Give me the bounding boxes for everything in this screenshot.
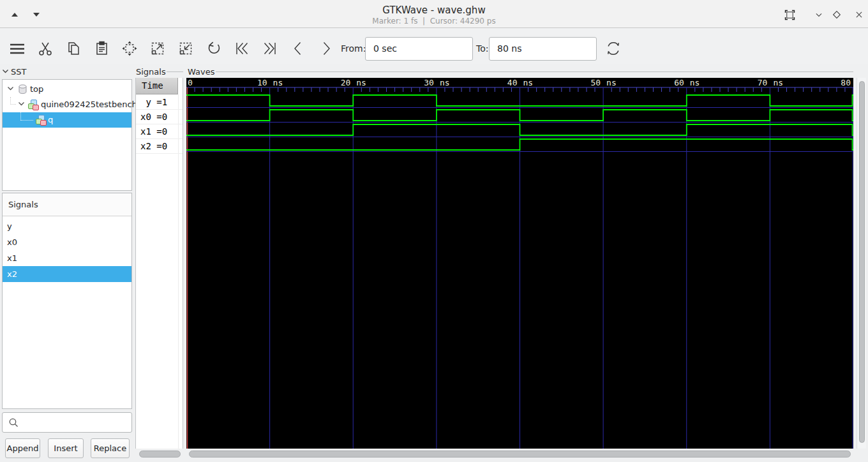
undo-icon (205, 40, 223, 57)
svg-text:ns: ns (356, 78, 366, 87)
names-panel-label: Signals (136, 67, 166, 77)
skip-to-end-button[interactable] (258, 36, 282, 61)
svg-text:ns: ns (440, 78, 450, 87)
scrollbar-handle[interactable] (859, 81, 865, 443)
menu-button[interactable] (5, 36, 29, 61)
fullscreen-button[interactable] (782, 8, 797, 21)
search-icon (8, 417, 19, 428)
reload-button[interactable] (601, 36, 625, 61)
zoom-out-button[interactable] (174, 36, 198, 61)
shift-right-button[interactable] (314, 36, 338, 61)
window-title: GTKWave - wave.ghw (0, 4, 868, 16)
to-input[interactable]: 80 ns (489, 37, 597, 61)
sst-label: SST (11, 67, 26, 77)
database-icon (18, 84, 27, 94)
sst-tree-panel: top quine092425testbench q (2, 79, 132, 191)
wave-trace-x2 (186, 139, 853, 150)
skip-to-start-button[interactable] (230, 36, 254, 61)
svg-text:80: 80 (841, 78, 851, 87)
svg-text:50: 50 (590, 78, 601, 87)
diamond-icon (831, 9, 842, 20)
cut-button[interactable] (33, 36, 57, 61)
wave-trace-x1 (186, 124, 853, 135)
signal-names-panel: Time y =1 x0 =0 x1 =0 x2 =0 (135, 78, 183, 449)
time-column-header[interactable]: Time (136, 78, 178, 94)
tree-item-q[interactable]: q (3, 112, 131, 128)
tree-item-label: top (30, 82, 43, 97)
svg-text:ns: ns (773, 78, 783, 87)
tree-item-top[interactable]: top (3, 82, 131, 97)
waveform-canvas[interactable]: 010ns20ns30ns40ns50ns60ns70ns80ns (186, 78, 853, 449)
to-label: To: (476, 43, 488, 54)
tree-item-testbench[interactable]: quine092425testbench (3, 97, 131, 112)
sst-collapse-icon[interactable] (2, 69, 9, 74)
waves-vscrollbar[interactable] (857, 78, 866, 449)
copy-icon (64, 40, 82, 57)
waves-panel-label: Waves (188, 67, 214, 77)
close-button[interactable] (852, 8, 866, 21)
expander-icon[interactable] (7, 86, 14, 91)
from-label: From: (341, 43, 366, 54)
tree-item-label: q (48, 112, 53, 128)
svg-text:ns: ns (690, 78, 700, 87)
scissors-icon (36, 40, 54, 57)
svg-text:70: 70 (758, 78, 768, 87)
svg-text:40: 40 (507, 78, 518, 87)
signals-list-panel: Signals y x0 x1 x2 (2, 193, 132, 409)
signal-value-y[interactable]: y =1 (136, 95, 183, 110)
chevron-right-icon (317, 39, 336, 58)
titlebar: GTKWave - wave.ghw Marker: 1 fs | Cursor… (0, 0, 868, 28)
marker-cursor-status: Marker: 1 fs | Cursor: 44290 ps (0, 17, 868, 26)
list-item-x2[interactable]: x2 (3, 266, 131, 282)
frame-line (167, 71, 183, 72)
zoom-out-icon (177, 40, 195, 57)
list-item-x1[interactable]: x1 (3, 250, 131, 266)
skip-start-icon (232, 39, 251, 58)
waveform-svg: 010ns20ns30ns40ns50ns60ns70ns80ns (186, 78, 853, 449)
names-hscrollbar[interactable] (135, 450, 183, 459)
chevron-down-icon (813, 9, 825, 20)
svg-text:ns: ns (523, 78, 534, 87)
svg-text:20: 20 (341, 78, 351, 87)
zoom-fit-icon (121, 40, 138, 57)
signal-value-x0[interactable]: x0 =0 (136, 110, 183, 124)
scrollbar-handle[interactable] (139, 451, 181, 458)
reload-icon (604, 39, 623, 58)
zoom-in-icon (149, 40, 167, 57)
list-item-y[interactable]: y (3, 218, 131, 234)
scrollbar-handle[interactable] (189, 451, 851, 458)
zoom-undo-button[interactable] (202, 36, 226, 61)
maximize-button[interactable] (830, 8, 844, 21)
close-icon (853, 9, 865, 20)
signal-search-input[interactable] (2, 412, 132, 433)
tree-connector (20, 112, 33, 121)
hamburger-menu-icon (8, 40, 27, 57)
append-button[interactable]: Append (5, 438, 40, 458)
replace-button[interactable]: Replace (91, 438, 130, 458)
signals-list-header[interactable]: Signals (3, 193, 131, 216)
skip-end-icon (260, 39, 280, 58)
zoom-fit-button[interactable] (117, 36, 142, 61)
shift-left-button[interactable] (286, 36, 310, 61)
svg-text:ns: ns (273, 78, 283, 87)
signal-value-x1[interactable]: x1 =0 (136, 124, 183, 139)
tree-item-label: quine092425testbench (41, 97, 137, 112)
list-item-x0[interactable]: x0 (3, 234, 131, 250)
insert-button[interactable]: Insert (48, 438, 84, 458)
waves-hscrollbar[interactable] (186, 450, 853, 459)
paste-button[interactable] (89, 36, 114, 61)
svg-text:10: 10 (257, 78, 267, 87)
from-input[interactable]: 0 sec (365, 37, 473, 61)
svg-text:60: 60 (674, 78, 684, 87)
tree-connector (10, 97, 16, 105)
frame-line (216, 71, 853, 72)
svg-text:30: 30 (424, 78, 434, 87)
signal-value-x2[interactable]: x2 =0 (136, 139, 183, 154)
fullscreen-icon (784, 9, 796, 21)
module-icon (28, 100, 39, 110)
copy-button[interactable] (61, 36, 86, 61)
minimize-button[interactable] (812, 8, 826, 21)
expander-icon[interactable] (18, 101, 25, 107)
svg-text:ns: ns (606, 78, 617, 87)
zoom-in-button[interactable] (146, 36, 170, 61)
